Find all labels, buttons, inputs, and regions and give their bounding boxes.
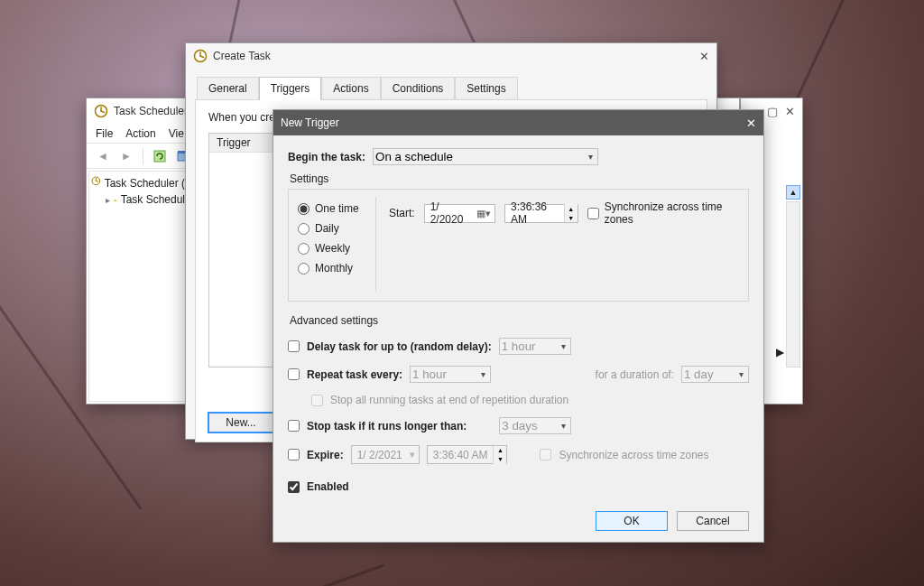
start-time-field[interactable]: 3:36:36 AM ▲▼ (504, 204, 578, 223)
spin-up-icon[interactable]: ▲ (494, 446, 506, 455)
delay-select[interactable] (499, 338, 571, 355)
tab-settings[interactable]: Settings (455, 77, 517, 100)
tree-child-label: Task Schedul (121, 193, 185, 206)
stop-if-label: Stop task if it runs longer than: (307, 420, 467, 433)
app-icon (193, 49, 208, 63)
tree-root[interactable]: Task Scheduler ( (91, 175, 185, 191)
repeat-label: Repeat task every: (307, 368, 402, 381)
sync-checkbox[interactable]: Synchronize across time zones (587, 200, 739, 226)
calendar-icon[interactable]: ▾ (410, 449, 415, 460)
close-icon[interactable]: ✕ (699, 50, 709, 63)
delay-checkbox[interactable] (288, 340, 300, 352)
tab-general[interactable]: General (197, 77, 259, 100)
ok-button[interactable]: OK (596, 511, 668, 531)
enabled-checkbox[interactable] (288, 481, 300, 493)
radio-input[interactable] (298, 243, 310, 255)
radio-input[interactable] (298, 203, 310, 215)
radio-monthly[interactable]: Monthly (298, 262, 375, 274)
svg-rect-3 (154, 151, 165, 162)
app-icon (94, 104, 108, 118)
stop-if-checkbox[interactable] (288, 420, 300, 432)
tree-pane: Task Scheduler ( ▸ Task Schedul (88, 171, 188, 402)
begin-task-select[interactable] (373, 148, 598, 165)
menu-action[interactable]: Action (125, 127, 155, 140)
repeat-select[interactable] (410, 366, 491, 383)
spin-down-icon[interactable]: ▼ (494, 455, 506, 464)
advanced-label: Advanced settings (290, 314, 749, 327)
window-title: Task Scheduler (114, 105, 188, 117)
background-branch (214, 563, 384, 586)
expire-time-value: 3:36:40 AM (428, 449, 494, 461)
spin-up-icon[interactable]: ▲ (565, 204, 578, 213)
checkbox-input[interactable] (587, 208, 599, 219)
tab-triggers[interactable]: Triggers (259, 77, 322, 100)
tab-strip: General Triggers Actions Conditions Sett… (186, 69, 716, 99)
delay-label: Delay task for up to (random delay): (307, 340, 492, 353)
expire-date-field[interactable]: 1/ 2/2021 ▾ (351, 445, 420, 464)
radio-input[interactable] (298, 263, 310, 274)
enabled-label: Enabled (307, 480, 349, 493)
begin-task-value[interactable] (373, 148, 598, 165)
start-time-value: 3:36:36 AM (505, 200, 564, 226)
expire-sync-label: Synchronize across time zones (559, 449, 708, 461)
maximize-icon[interactable]: ▢ (767, 105, 778, 118)
tab-actions[interactable]: Actions (321, 77, 380, 100)
svg-rect-10 (114, 200, 116, 202)
menu-view[interactable]: Vie (169, 127, 184, 140)
new-button[interactable]: New... (208, 413, 273, 433)
close-icon[interactable]: ✕ (746, 116, 756, 130)
chevron-right-icon[interactable]: ▸ (106, 195, 110, 205)
begin-task-label: Begin the task: (288, 151, 365, 163)
expire-sync-checkbox (540, 449, 551, 460)
sync-label: Synchronize across time zones (605, 200, 739, 226)
duration-label: for a duration of: (596, 368, 674, 381)
expand-arrow-icon[interactable]: ▶ (776, 346, 784, 358)
tab-conditions[interactable]: Conditions (381, 77, 456, 100)
radio-label: Weekly (315, 242, 350, 255)
stop-all-checkbox (311, 395, 323, 406)
clock-icon (91, 176, 101, 191)
start-label: Start: (389, 207, 415, 219)
titlebar[interactable]: New Trigger ✕ (273, 110, 763, 135)
expire-date-value: 1/ 2/2021 (357, 449, 402, 461)
nav-back-button[interactable]: ◄ (92, 146, 114, 166)
radio-input[interactable] (298, 223, 310, 235)
tree-root-label: Task Scheduler ( (105, 177, 185, 190)
refresh-button[interactable] (149, 146, 171, 166)
cancel-button[interactable]: Cancel (677, 511, 749, 531)
radio-one-time[interactable]: One time (298, 202, 375, 215)
close-icon[interactable]: ✕ (785, 105, 795, 118)
spin-down-icon[interactable]: ▼ (565, 213, 578, 222)
stop-if-value[interactable] (499, 417, 571, 434)
settings-group: One time Daily Weekly Monthly Start: 1/ … (288, 189, 749, 302)
nav-forward-button[interactable]: ► (116, 146, 137, 166)
window-title: Create Task (213, 50, 271, 62)
start-date-field[interactable]: 1/ 2/2020 ▦▾ (424, 204, 495, 223)
new-trigger-dialog: New Trigger ✕ Begin the task: Settings O… (273, 109, 764, 543)
scroll-up-button[interactable]: ▲ (786, 185, 800, 200)
expire-time-field[interactable]: 3:36:40 AM ▲▼ (427, 445, 508, 464)
calendar-icon[interactable]: ▦▾ (476, 208, 491, 219)
expire-checkbox[interactable] (288, 449, 300, 460)
radio-daily[interactable]: Daily (298, 222, 375, 235)
radio-label: Monthly (315, 262, 353, 274)
expire-label: Expire: (307, 449, 344, 461)
delay-value[interactable] (499, 338, 571, 355)
scrollbar[interactable] (786, 201, 800, 367)
stop-all-label: Stop all running tasks at end of repetit… (330, 394, 568, 406)
folder-icon (114, 192, 117, 207)
radio-weekly[interactable]: Weekly (298, 242, 375, 255)
radio-label: Daily (315, 222, 339, 235)
repeat-value[interactable] (410, 366, 491, 383)
settings-label: Settings (290, 172, 749, 185)
stop-if-select[interactable] (499, 417, 571, 434)
titlebar[interactable]: Create Task ✕ (186, 43, 716, 69)
divider (143, 148, 143, 164)
radio-label: One time (315, 202, 359, 215)
tree-child[interactable]: ▸ Task Schedul (91, 191, 185, 208)
dialog-title: New Trigger (281, 116, 339, 129)
repeat-checkbox[interactable] (288, 368, 300, 380)
menu-file[interactable]: File (96, 127, 113, 140)
duration-value[interactable] (681, 366, 749, 383)
duration-select[interactable] (681, 366, 749, 383)
